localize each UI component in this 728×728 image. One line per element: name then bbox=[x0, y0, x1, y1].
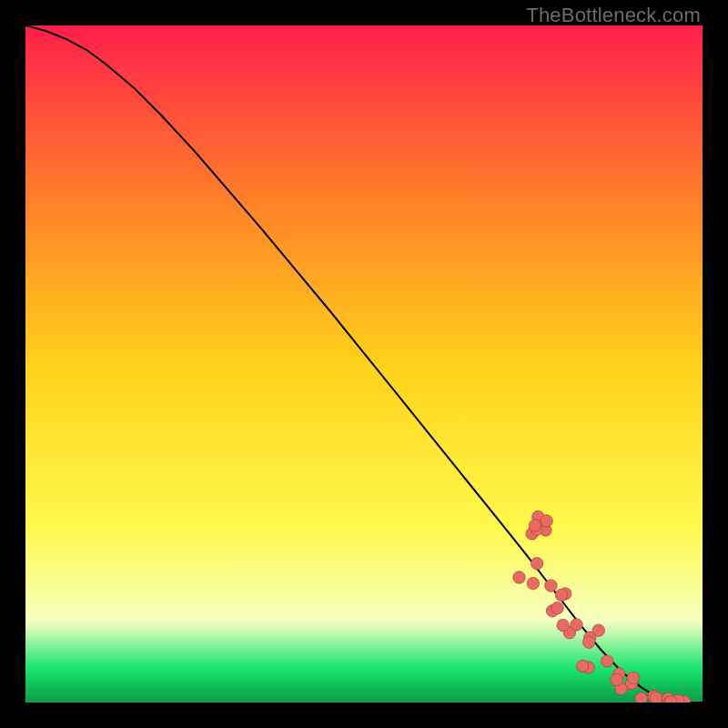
data-dot bbox=[551, 602, 563, 614]
data-dot bbox=[583, 636, 595, 648]
chart-canvas bbox=[25, 25, 703, 703]
data-dot bbox=[571, 619, 582, 631]
data-dot bbox=[602, 655, 613, 667]
data-dot bbox=[635, 693, 647, 703]
data-dot bbox=[531, 558, 542, 570]
data-dot bbox=[627, 672, 639, 683]
gradient-background bbox=[25, 25, 703, 703]
data-dot bbox=[545, 580, 557, 592]
data-dot bbox=[555, 589, 567, 601]
data-dot bbox=[650, 692, 662, 703]
data-dot bbox=[592, 624, 604, 636]
data-dot bbox=[577, 660, 589, 672]
data-dot bbox=[611, 673, 622, 685]
data-dot bbox=[529, 520, 541, 531]
data-dot bbox=[557, 619, 569, 631]
data-dot bbox=[527, 577, 539, 589]
watermark-text: TheBottleneck.com bbox=[526, 4, 701, 27]
data-dot bbox=[541, 515, 552, 527]
data-dot bbox=[513, 571, 525, 583]
chart-frame bbox=[25, 25, 703, 703]
